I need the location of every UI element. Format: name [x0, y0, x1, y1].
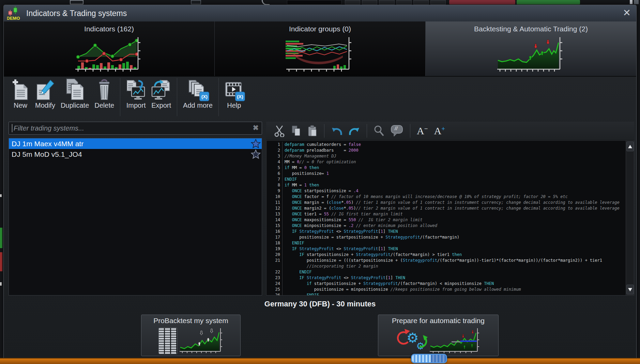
line-number: 17 — [266, 234, 283, 240]
code-text: IF StrategyProfit <> StrategyProfit[1] T… — [285, 275, 405, 281]
new-button[interactable]: New — [11, 77, 30, 109]
code-line: 14 ONCE maxpositionsize = 550 // IG tier… — [266, 217, 626, 223]
indicator-groups-chart-thumbnail — [284, 35, 356, 72]
duplicate-button[interactable]: Duplicate — [61, 77, 89, 109]
editor-toolbar-separator — [410, 124, 410, 138]
line-number: 1 — [266, 142, 283, 148]
scroll-down-button[interactable] — [626, 285, 634, 294]
list-item[interactable]: DJ 1m Maex v4MM atr — [9, 138, 262, 149]
modify-button[interactable]: Modify — [35, 77, 55, 109]
backtesting-chart-thumbnail — [495, 35, 567, 72]
line-number: 12 — [266, 206, 283, 211]
favorite-star-icon[interactable] — [251, 139, 261, 149]
code-text: positionsize = startpositionsize + Strat… — [285, 234, 459, 240]
code-line: 20 IF startpositionsize + Strategyprofit… — [266, 252, 626, 258]
list-item[interactable]: DJ 5m MoD v5.1_JO4 — [9, 149, 262, 160]
code-text: ONCE startpositionsize = .4 — [285, 188, 359, 194]
increase-font-icon[interactable]: A+ — [434, 126, 445, 136]
toolbar-separator — [218, 78, 219, 116]
help-button[interactable]: {X} Help — [225, 77, 244, 109]
undo-icon[interactable] — [331, 125, 342, 136]
trading-systems-list[interactable]: DJ 1m Maex v4MM atr DJ 5m MoD v5.1_JO4 — [9, 138, 262, 295]
automatic-trading-button[interactable]: Prepare for automatic trading ⚙ ⚙ — [378, 315, 499, 356]
background-fragment — [634, 0, 639, 4]
tab-backtesting[interactable]: Backtesting & Automatic Trading (2) — [426, 21, 636, 76]
search-icon[interactable] — [374, 125, 384, 137]
down-arrow-icon — [628, 288, 632, 291]
export-icon — [151, 77, 171, 101]
code-text: defparam cumulateorders = false — [285, 142, 361, 148]
import-icon — [126, 77, 146, 101]
prorealcode-badge: {X} — [235, 92, 245, 101]
duplicate-documents-icon — [65, 77, 85, 101]
code-text: ONCE margin = (close*.05) // tier 1 marg… — [285, 200, 620, 206]
scroll-up-button[interactable] — [626, 141, 634, 151]
tab-indicators[interactable]: Indicators (162) — [4, 21, 215, 76]
comment-icon[interactable]: // — [391, 125, 403, 137]
add-more-button[interactable]: {X} Add more — [183, 77, 213, 109]
code-text: //Money Management DJ — [285, 153, 336, 159]
code-line: 16 IF StrategyProfit <> StrategyProfit[1… — [266, 229, 626, 234]
background-chart-sliver — [0, 282, 2, 286]
paste-icon[interactable] — [307, 125, 318, 137]
probacktest-button[interactable]: ProBacktest my system — [141, 315, 241, 356]
code-text: ONCE tier1 = 55 // IG first tier margin … — [285, 211, 403, 217]
line-number: 10 — [266, 194, 283, 200]
text-caret — [12, 124, 12, 132]
code-line: 6 positionsize= 1 — [266, 171, 626, 177]
code-text: positionsize = minpositionsize //keeps p… — [285, 287, 521, 292]
decrease-font-icon[interactable]: A− — [417, 126, 428, 136]
code-text: ENDIF — [285, 177, 297, 182]
clear-filter-icon[interactable]: ✖ — [253, 124, 259, 132]
code-text: positionsize= 1 — [285, 171, 329, 177]
prorealcode-badge: {X} — [199, 92, 209, 101]
bottom-orange-bar — [0, 358, 640, 364]
filter-box: ✖ — [9, 122, 262, 135]
indicators-dialog: DEMO Indicators & Trading systems ✕ Indi… — [3, 5, 637, 358]
copy-icon[interactable] — [291, 125, 301, 137]
editor-scrollbar[interactable] — [626, 140, 634, 295]
line-number: 15 — [266, 223, 283, 229]
dialog-titlebar[interactable]: DEMO Indicators & Trading systems ✕ — [4, 5, 636, 21]
line-number: 18 — [266, 240, 283, 246]
svg-text:DEMO: DEMO — [7, 16, 20, 21]
redo-icon[interactable] — [349, 125, 360, 136]
code-line: 10 ONCE factor = f // factor of 10 means… — [266, 194, 626, 200]
close-icon[interactable]: ✕ — [623, 7, 631, 18]
filter-input[interactable] — [9, 122, 262, 135]
indicators-chart-thumbnail — [73, 35, 145, 72]
tab-bar: Indicators (162) — [4, 21, 636, 77]
code-line: 2defparam preloadbars = 2000 — [266, 148, 626, 153]
cut-icon[interactable] — [274, 125, 285, 137]
line-number: 11 — [266, 200, 283, 206]
line-number: 9 — [266, 188, 283, 194]
editor-toolbar-separator — [367, 124, 367, 138]
background-sell-button — [449, 0, 515, 4]
line-number: 2 — [266, 148, 283, 153]
code-text: ONCE margin2 = (close*.05)// tier 2 marg… — [285, 206, 620, 211]
delete-button[interactable]: Delete — [94, 77, 114, 109]
code-line: 15 ONCE minpositionsize = .2 // enter mi… — [266, 223, 626, 229]
code-text: defparam preloadbars = 2000 — [285, 148, 359, 153]
code-text: IF StrategyProfit <> StrategyProfit[1] T… — [285, 246, 398, 252]
add-more-icon: {X} — [187, 77, 208, 101]
code-line: 25 positionsize = minpositionsize //keep… — [266, 287, 626, 292]
favorite-star-icon[interactable] — [251, 149, 261, 159]
code-line: 7ENDIF — [266, 177, 626, 182]
import-button[interactable]: Import — [126, 77, 146, 109]
export-button[interactable]: Export — [151, 77, 171, 109]
code-line: 22 ENDIF — [266, 269, 626, 275]
code-line: 1defparam cumulateorders = false — [266, 142, 626, 148]
code-editor[interactable]: 1defparam cumulateorders = false2defpara… — [266, 140, 626, 295]
line-number: 7 — [266, 177, 283, 182]
editor-toolbar: // A− A+ — [266, 122, 634, 140]
code-line: 9 ONCE startpositionsize = .4 — [266, 188, 626, 194]
line-number — [266, 263, 283, 269]
toolbar-separator — [177, 78, 177, 116]
background-chart-sliver — [0, 228, 2, 248]
code-text: positionsize = (((startpositionsize + (S… — [285, 258, 602, 263]
code-text: ONCE minpositionsize = .2 // enter minim… — [285, 223, 437, 229]
results-table-icon — [158, 328, 178, 354]
background-chart-sliver — [0, 252, 2, 271]
tab-indicator-groups[interactable]: Indicator groups (0) — [215, 21, 426, 76]
